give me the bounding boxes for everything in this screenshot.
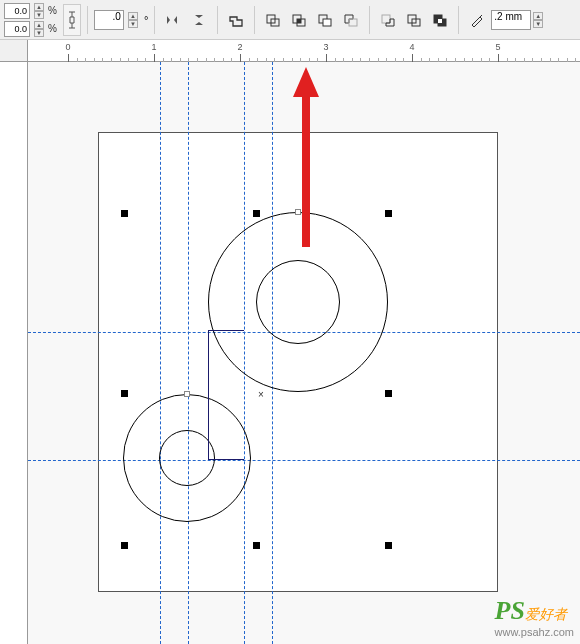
rotation-input[interactable]: .0 xyxy=(94,10,124,30)
outline-pen-button[interactable] xyxy=(465,8,489,32)
selection-center-marker: × xyxy=(258,389,264,400)
separator xyxy=(217,6,218,34)
watermark-brand-cn: 爱好者 xyxy=(525,606,567,622)
mirror-horizontal-button[interactable] xyxy=(161,8,185,32)
mirror-vertical-button[interactable] xyxy=(187,8,211,32)
circle-large-inner[interactable] xyxy=(256,260,340,344)
guide-vertical[interactable] xyxy=(188,62,189,644)
weld-button[interactable] xyxy=(224,8,248,32)
separator xyxy=(458,6,459,34)
rotation-spin[interactable]: ▲▼ xyxy=(128,12,138,28)
combine-button[interactable] xyxy=(428,8,452,32)
scale-group: 0.0 ▲▼ % 0.0 ▲▼ % xyxy=(4,3,57,37)
svg-rect-8 xyxy=(382,15,390,23)
outline-width-input[interactable]: .2 mm xyxy=(491,10,531,30)
scale-y-input[interactable]: 0.0 xyxy=(4,21,30,37)
selection-handle[interactable] xyxy=(253,210,260,217)
canvas[interactable]: × xyxy=(28,62,580,644)
guide-horizontal[interactable] xyxy=(28,460,580,461)
selection-handle[interactable] xyxy=(121,390,128,397)
degree-icon: ° xyxy=(144,14,148,26)
svg-rect-7 xyxy=(349,19,357,26)
selection-handle[interactable] xyxy=(385,542,392,549)
separator xyxy=(254,6,255,34)
outline-spin[interactable]: ▲▼ xyxy=(533,12,543,28)
svg-rect-13 xyxy=(438,19,442,23)
separator xyxy=(154,6,155,34)
rotation-group: .0 ▲▼ ° xyxy=(94,10,148,30)
scale-x-input[interactable]: 0.0 xyxy=(4,3,30,19)
percent-label: % xyxy=(48,5,57,16)
trim-button[interactable] xyxy=(261,8,285,32)
separator xyxy=(369,6,370,34)
ruler-horizontal[interactable]: 012345 xyxy=(28,40,580,62)
selection-handle[interactable] xyxy=(385,210,392,217)
node-marker[interactable] xyxy=(184,391,190,397)
watermark: PS爱好者 www.psahz.com xyxy=(495,596,574,638)
back-minus-front-button[interactable] xyxy=(376,8,400,32)
intersect-button[interactable] xyxy=(287,8,311,32)
ruler-vertical[interactable] xyxy=(0,62,28,644)
selection-handle[interactable] xyxy=(121,542,128,549)
svg-rect-6 xyxy=(323,19,331,26)
create-boundary-button[interactable] xyxy=(402,8,426,32)
selection-handle[interactable] xyxy=(253,542,260,549)
selection-handle[interactable] xyxy=(385,390,392,397)
property-bar: 0.0 ▲▼ % 0.0 ▲▼ % .0 ▲▼ ° xyxy=(0,0,580,40)
separator xyxy=(87,6,88,34)
circle-small-inner[interactable] xyxy=(159,430,215,486)
node-marker[interactable] xyxy=(295,209,301,215)
simplify-button[interactable] xyxy=(313,8,337,32)
svg-rect-4 xyxy=(297,19,301,23)
front-minus-back-button[interactable] xyxy=(339,8,363,32)
lock-ratio-button[interactable] xyxy=(63,4,81,36)
watermark-url: www.psahz.com xyxy=(495,626,574,638)
guide-vertical[interactable] xyxy=(160,62,161,644)
ruler-corner xyxy=(0,40,28,62)
watermark-brand-en: PS xyxy=(495,596,525,625)
scale-y-spin[interactable]: ▲▼ xyxy=(34,21,44,37)
selection-handle[interactable] xyxy=(121,210,128,217)
connector-shape[interactable] xyxy=(208,330,244,460)
percent-label-2: % xyxy=(48,23,57,34)
scale-x-spin[interactable]: ▲▼ xyxy=(34,3,44,19)
